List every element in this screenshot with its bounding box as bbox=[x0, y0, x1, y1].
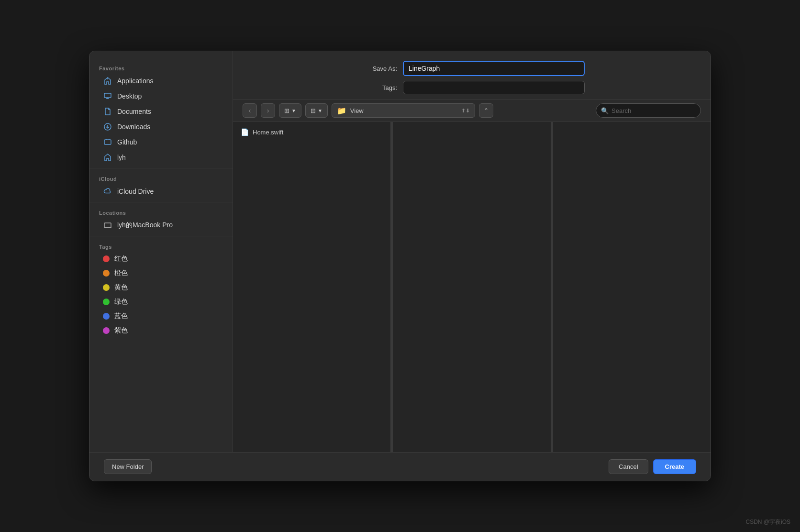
location-arrows-icon: ⬆⬇ bbox=[461, 108, 470, 114]
tags-row: Tags: bbox=[247, 81, 696, 94]
svg-rect-6 bbox=[104, 140, 111, 144]
swift-file-icon: 📄 bbox=[241, 128, 249, 136]
search-box: 🔍 bbox=[596, 103, 701, 118]
blue-dot bbox=[103, 313, 110, 320]
sidebar-item-purple[interactable]: 紫色 bbox=[93, 324, 229, 337]
grid-view-arrow: ▼ bbox=[318, 108, 322, 113]
github-icon bbox=[103, 137, 112, 147]
column-view-arrow: ▼ bbox=[291, 108, 296, 113]
favorites-label: Favorites bbox=[89, 61, 233, 73]
divider-tags bbox=[89, 236, 233, 236]
lyh-label: lyh bbox=[117, 154, 126, 161]
folder-icon: 📁 bbox=[337, 106, 346, 115]
icloud-drive-label: iCloud Drive bbox=[117, 188, 154, 195]
sidebar-item-orange[interactable]: 橙色 bbox=[93, 266, 229, 280]
save-dialog: Favorites Applications bbox=[89, 51, 711, 481]
expand-icon: ⌃ bbox=[484, 107, 489, 114]
save-as-label: Save As: bbox=[359, 65, 397, 72]
desktop-icon bbox=[103, 91, 112, 101]
red-label: 红色 bbox=[114, 255, 128, 263]
macbook-label: lyh的MacBook Pro bbox=[117, 221, 173, 230]
sidebar-item-red[interactable]: 红色 bbox=[93, 252, 229, 266]
icloud-label: iCloud bbox=[89, 171, 233, 184]
desktop-label: Desktop bbox=[117, 92, 142, 100]
divider-icloud bbox=[89, 168, 233, 168]
home-icon bbox=[103, 153, 112, 162]
svg-rect-1 bbox=[104, 93, 111, 98]
purple-dot bbox=[103, 327, 110, 334]
bottom-right-buttons: Cancel Create bbox=[609, 459, 696, 474]
browser-col-2 bbox=[393, 122, 551, 452]
dialog-body: Favorites Applications bbox=[89, 51, 711, 452]
downloads-label: Downloads bbox=[117, 123, 150, 131]
expand-button[interactable]: ⌃ bbox=[479, 103, 493, 118]
purple-label: 紫色 bbox=[114, 326, 128, 335]
yellow-dot bbox=[103, 284, 110, 291]
bottom-bar: New Folder Cancel Create bbox=[89, 452, 711, 481]
sidebar-item-lyh[interactable]: lyh bbox=[93, 150, 229, 165]
blue-label: 蓝色 bbox=[114, 312, 128, 321]
toolbar: ‹ › ⊞ ▼ ⊟ ▼ 📁 View ⬆⬇ ⌃ bbox=[233, 100, 711, 122]
orange-label: 橙色 bbox=[114, 269, 128, 277]
sidebar: Favorites Applications bbox=[89, 51, 233, 452]
applications-label: Applications bbox=[117, 77, 154, 85]
sidebar-item-yellow[interactable]: 黄色 bbox=[93, 281, 229, 294]
documents-label: Documents bbox=[117, 108, 151, 115]
green-dot bbox=[103, 299, 110, 305]
sidebar-item-downloads[interactable]: Downloads bbox=[93, 120, 229, 134]
top-bar: Save As: Tags: bbox=[233, 51, 711, 100]
tags-label: Tags bbox=[89, 239, 233, 252]
cancel-button[interactable]: Cancel bbox=[609, 459, 648, 474]
forward-button[interactable]: › bbox=[261, 103, 275, 118]
green-label: 绿色 bbox=[114, 298, 128, 306]
sidebar-item-icloud-drive[interactable]: iCloud Drive bbox=[93, 184, 229, 199]
location-dropdown[interactable]: 📁 View ⬆⬇ bbox=[332, 103, 475, 118]
column-view-icon: ⊞ bbox=[284, 107, 289, 114]
laptop-icon bbox=[103, 221, 112, 230]
save-as-row: Save As: bbox=[247, 61, 696, 76]
applications-icon bbox=[103, 76, 112, 86]
search-icon: 🔍 bbox=[601, 107, 609, 114]
github-label: Github bbox=[117, 138, 137, 146]
divider-locations bbox=[89, 202, 233, 202]
orange-dot bbox=[103, 270, 110, 277]
grid-view-button[interactable]: ⊟ ▼ bbox=[305, 103, 328, 118]
sidebar-item-github[interactable]: Github bbox=[93, 135, 229, 149]
column-view-button[interactable]: ⊞ ▼ bbox=[279, 103, 301, 118]
grid-view-icon: ⊟ bbox=[311, 107, 316, 114]
yellow-label: 黄色 bbox=[114, 283, 128, 292]
tags-label: Tags: bbox=[359, 84, 397, 91]
sidebar-item-green[interactable]: 绿色 bbox=[93, 295, 229, 309]
red-dot bbox=[103, 255, 110, 262]
main-panel: Save As: Tags: ‹ › ⊞ ▼ ⊟ ▼ bbox=[233, 51, 711, 452]
tags-input[interactable] bbox=[403, 81, 585, 94]
browser-col-1: 📄 Home.swift bbox=[233, 122, 391, 452]
watermark: CSDN @宇夜iOS bbox=[745, 518, 790, 526]
file-name: Home.swift bbox=[253, 129, 283, 136]
location-label: View bbox=[350, 107, 364, 114]
downloads-icon bbox=[103, 122, 112, 132]
search-input[interactable] bbox=[611, 107, 696, 114]
icloud-icon bbox=[103, 187, 112, 196]
save-as-input[interactable] bbox=[403, 61, 585, 76]
locations-label: Locations bbox=[89, 205, 233, 218]
browser-col-3 bbox=[553, 122, 711, 452]
sidebar-item-documents[interactable]: Documents bbox=[93, 104, 229, 119]
sidebar-item-blue[interactable]: 蓝色 bbox=[93, 310, 229, 323]
sidebar-item-macbook[interactable]: lyh的MacBook Pro bbox=[93, 218, 229, 233]
back-button[interactable]: ‹ bbox=[243, 103, 257, 118]
sidebar-item-desktop[interactable]: Desktop bbox=[93, 89, 229, 103]
create-button[interactable]: Create bbox=[653, 459, 696, 474]
sidebar-item-applications[interactable]: Applications bbox=[93, 74, 229, 88]
documents-icon bbox=[103, 107, 112, 116]
file-item-home[interactable]: 📄 Home.swift bbox=[233, 126, 390, 138]
new-folder-button[interactable]: New Folder bbox=[104, 459, 152, 474]
file-browser: 📄 Home.swift bbox=[233, 122, 711, 452]
svg-rect-9 bbox=[104, 223, 111, 227]
